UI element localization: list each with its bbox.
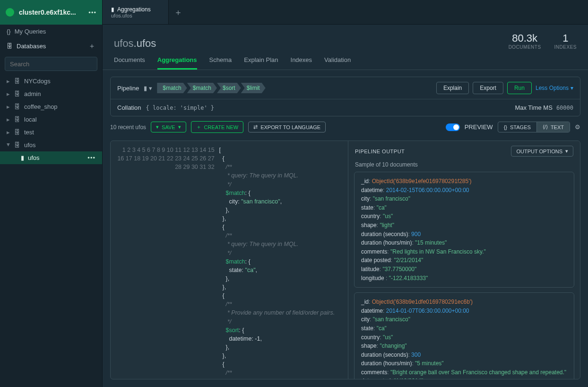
database-icon: 🗄 <box>14 116 20 123</box>
stage-pill[interactable]: $sort <box>217 83 241 93</box>
tab-title: Aggregations <box>117 6 151 13</box>
sidebar: cluster0.e6xf1kc... ••• {} My Queries 🗄 … <box>0 0 103 387</box>
code-icon: ⟨/⟩ <box>543 124 548 130</box>
subtab-documents[interactable]: Documents <box>114 56 145 70</box>
db-name: coffee_shop <box>24 103 58 110</box>
caret-icon: ▸ <box>5 143 12 147</box>
database-icon: 🗄 <box>14 90 20 97</box>
preview-toggle[interactable] <box>446 123 460 131</box>
stat-indexes: 1INDEXES <box>554 32 577 50</box>
stages-mode-button[interactable]: {}STAGES <box>498 122 536 132</box>
collection-menu-icon[interactable]: ••• <box>87 154 95 161</box>
main-panel: ▮Aggregations ufos.ufos ＋ ufos.ufos 80.3… <box>103 0 588 387</box>
db-name: admin <box>24 90 41 97</box>
subtab-explain-plan[interactable]: Explain Plan <box>244 56 278 70</box>
subtab-schema[interactable]: Schema <box>209 56 232 70</box>
databases-header: 🗄 Databases ＋ <box>0 38 102 54</box>
database-icon: 🗄 <box>7 43 13 50</box>
stage-pill[interactable]: $match <box>187 83 217 93</box>
braces-icon: {} <box>504 124 507 130</box>
db-name: test <box>24 129 34 136</box>
subtab-aggregations[interactable]: Aggregations <box>157 56 197 70</box>
db-row-NYCdogs[interactable]: ▸🗄NYCdogs <box>0 75 102 88</box>
db-name: NYCdogs <box>24 78 51 85</box>
open-pipeline-button[interactable]: ▮▾ <box>144 85 152 92</box>
caret-icon: ▸ <box>7 103 10 110</box>
db-name: local <box>24 116 37 123</box>
folder-icon: ▮ <box>144 85 147 92</box>
braces-icon: {} <box>7 28 11 35</box>
run-button[interactable]: Run <box>507 82 532 94</box>
pipeline-label: Pipeline <box>117 85 139 92</box>
collation-label: Collation <box>117 104 141 111</box>
database-icon: 🗄 <box>14 141 20 149</box>
mongodb-leaf-icon <box>6 8 14 17</box>
namespace: ufos.ufos <box>114 37 156 50</box>
create-database-icon[interactable]: ＋ <box>88 42 95 51</box>
subtab-indexes[interactable]: Indexes <box>291 56 312 70</box>
databases-label: Databases <box>17 43 46 50</box>
less-options-link[interactable]: Less Options ▾ <box>536 85 573 91</box>
connection-menu-icon[interactable]: ••• <box>88 9 96 16</box>
folder-icon: ▮ <box>111 6 114 13</box>
tab-strip: ▮Aggregations ufos.ufos ＋ <box>103 0 588 25</box>
explain-button[interactable]: Explain <box>436 82 469 94</box>
db-row-local[interactable]: ▸🗄local <box>0 113 102 126</box>
stage-pill[interactable]: $match <box>157 83 187 93</box>
workspace: 1 2 3 4 5 6 7 8 9 10 11 12 13 14 15 16 1… <box>110 141 580 379</box>
namespace-db: ufos <box>114 37 134 49</box>
database-tree: ▸🗄NYCdogs▸🗄admin▸🗄coffee_shop▸🗄local▸🗄te… <box>0 75 102 164</box>
output-document[interactable]: _id: ObjectId('638b9e1efe0169780291f285'… <box>354 172 574 288</box>
pipeline-stages: $match$match$sort$limit <box>157 83 265 93</box>
output-document[interactable]: _id: ObjectId('638b9e1dfe0169780291ec6b'… <box>354 292 574 379</box>
subtab-validation[interactable]: Validation <box>324 56 351 70</box>
caret-icon: ▸ <box>7 116 10 123</box>
save-button[interactable]: ▾ SAVE ▾ <box>151 122 186 132</box>
tab-aggregations[interactable]: ▮Aggregations ufos.ufos <box>103 0 169 24</box>
collection-name: ufos <box>28 154 40 161</box>
namespace-coll: ufos <box>137 37 156 49</box>
stat-documents: 80.3kDOCUMENTS <box>509 32 541 50</box>
connection-header: cluster0.e6xf1kc... ••• <box>0 0 102 25</box>
export-to-language-button[interactable]: ⇄ EXPORT TO LANGUAGE <box>248 122 326 132</box>
export-button[interactable]: Export <box>473 82 503 94</box>
search-input[interactable] <box>10 61 92 68</box>
text-mode-button[interactable]: ⟨/⟩TEXT <box>536 122 570 132</box>
create-new-button[interactable]: ＋ CREATE NEW <box>191 121 244 133</box>
editor-options-row: 10 recent ufos ▾ SAVE ▾ ＋ CREATE NEW ⇄ E… <box>103 116 588 138</box>
db-name: ufos <box>24 141 36 149</box>
output-options-select[interactable]: OUTPUT OPTIONS ▾ <box>511 146 573 157</box>
my-queries-label: My Queries <box>15 28 46 35</box>
db-row-coffee_shop[interactable]: ▸🗄coffee_shop <box>0 100 102 113</box>
max-time-label: Max Time MS <box>515 104 552 111</box>
preview-label: PREVIEW <box>465 123 493 131</box>
max-time-value: 60000 <box>556 105 573 111</box>
pipeline-editor[interactable]: 1 2 3 4 5 6 7 8 9 10 11 12 13 14 15 16 1… <box>111 141 348 379</box>
new-tab-button[interactable]: ＋ <box>169 0 188 24</box>
collection-header: ufos.ufos 80.3kDOCUMENTS 1INDEXES <box>103 25 588 50</box>
pipeline-output: PIPELINE OUTPUT OUTPUT OPTIONS ▾ Sample … <box>348 141 580 379</box>
pipeline-toolbar: Pipeline ▮▾ $match$match$sort$limit Expl… <box>110 77 580 116</box>
output-title: PIPELINE OUTPUT <box>355 149 405 154</box>
folder-icon: ▮ <box>21 154 24 161</box>
connection-name: cluster0.e6xf1kc... <box>19 9 84 16</box>
caret-icon: ▸ <box>7 78 10 85</box>
collection-row-ufos[interactable]: ▮ufos••• <box>0 151 102 164</box>
database-icon: 🗄 <box>14 103 20 110</box>
my-queries-link[interactable]: {} My Queries <box>0 25 102 38</box>
database-icon: 🗄 <box>14 78 20 85</box>
output-sample-label: Sample of 10 documents <box>348 161 580 172</box>
database-search[interactable] <box>5 57 97 71</box>
output-documents: _id: ObjectId('638b9e1efe0169780291f285'… <box>348 172 580 379</box>
recent-label: 10 recent ufos <box>110 124 146 131</box>
caret-icon: ▸ <box>7 90 10 97</box>
stage-pill[interactable]: $limit <box>241 83 266 93</box>
collection-subtabs: DocumentsAggregationsSchemaExplain PlanI… <box>103 50 588 70</box>
tab-subtitle: ufos.ufos <box>111 13 160 18</box>
collation-value: { locale: 'simple' } <box>146 105 215 111</box>
db-row-ufos[interactable]: ▸🗄ufos <box>0 139 102 151</box>
settings-gear-icon[interactable]: ⚙ <box>575 123 580 131</box>
db-row-test[interactable]: ▸🗄test <box>0 126 102 139</box>
db-row-admin[interactable]: ▸🗄admin <box>0 88 102 100</box>
view-mode-segment: {}STAGES ⟨/⟩TEXT <box>498 122 570 132</box>
